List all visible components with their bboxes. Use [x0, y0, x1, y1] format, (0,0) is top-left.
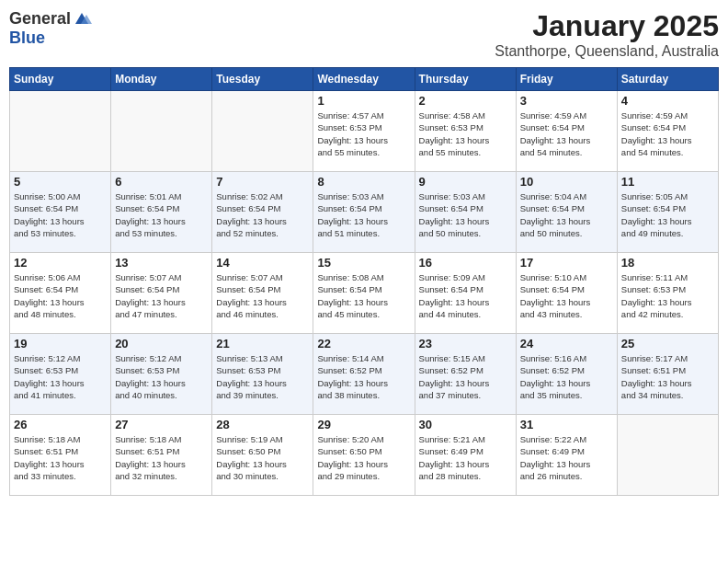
calendar-day-header: Sunday — [10, 68, 111, 91]
calendar-cell: 26Sunrise: 5:18 AM Sunset: 6:51 PM Dayli… — [10, 415, 111, 496]
calendar-cell: 31Sunrise: 5:22 AM Sunset: 6:49 PM Dayli… — [516, 415, 617, 496]
calendar-cell — [111, 91, 212, 172]
calendar-week-row: 26Sunrise: 5:18 AM Sunset: 6:51 PM Dayli… — [10, 415, 719, 496]
calendar-day-header: Wednesday — [313, 68, 415, 91]
day-info: Sunrise: 5:12 AM Sunset: 6:53 PM Dayligh… — [115, 352, 208, 401]
calendar-cell: 9Sunrise: 5:03 AM Sunset: 6:54 PM Daylig… — [415, 172, 516, 253]
day-info: Sunrise: 5:13 AM Sunset: 6:53 PM Dayligh… — [216, 352, 309, 401]
location-title: Stanthorpe, Queensland, Australia — [495, 43, 719, 60]
day-number: 20 — [115, 337, 208, 350]
calendar-cell: 19Sunrise: 5:12 AM Sunset: 6:53 PM Dayli… — [10, 334, 111, 415]
calendar-cell: 27Sunrise: 5:18 AM Sunset: 6:51 PM Dayli… — [111, 415, 212, 496]
calendar-cell: 3Sunrise: 4:59 AM Sunset: 6:54 PM Daylig… — [516, 91, 617, 172]
calendar-cell: 2Sunrise: 4:58 AM Sunset: 6:53 PM Daylig… — [415, 91, 516, 172]
day-number: 30 — [419, 418, 512, 431]
month-title: January 2025 — [495, 9, 719, 43]
day-number: 28 — [216, 418, 309, 431]
calendar-day-header: Saturday — [617, 68, 718, 91]
day-info: Sunrise: 4:59 AM Sunset: 6:54 PM Dayligh… — [520, 109, 613, 158]
day-info: Sunrise: 5:09 AM Sunset: 6:54 PM Dayligh… — [419, 271, 512, 320]
calendar-cell: 8Sunrise: 5:03 AM Sunset: 6:54 PM Daylig… — [313, 172, 415, 253]
day-info: Sunrise: 5:01 AM Sunset: 6:54 PM Dayligh… — [115, 190, 208, 239]
calendar-header-row: SundayMondayTuesdayWednesdayThursdayFrid… — [10, 68, 719, 91]
day-number: 1 — [317, 94, 410, 108]
day-number: 18 — [621, 256, 714, 270]
day-number: 23 — [419, 337, 512, 350]
day-info: Sunrise: 5:15 AM Sunset: 6:52 PM Dayligh… — [419, 352, 512, 401]
day-info: Sunrise: 5:03 AM Sunset: 6:54 PM Dayligh… — [317, 190, 410, 239]
day-info: Sunrise: 5:21 AM Sunset: 6:49 PM Dayligh… — [419, 433, 512, 482]
day-info: Sunrise: 5:12 AM Sunset: 6:53 PM Dayligh… — [14, 352, 107, 401]
day-number: 27 — [115, 418, 208, 431]
day-info: Sunrise: 5:10 AM Sunset: 6:54 PM Dayligh… — [520, 271, 613, 320]
day-info: Sunrise: 5:07 AM Sunset: 6:54 PM Dayligh… — [115, 271, 208, 320]
day-number: 12 — [14, 256, 107, 270]
calendar-cell: 20Sunrise: 5:12 AM Sunset: 6:53 PM Dayli… — [111, 334, 212, 415]
day-number: 10 — [520, 175, 613, 189]
calendar-cell — [617, 415, 718, 496]
calendar-cell: 25Sunrise: 5:17 AM Sunset: 6:51 PM Dayli… — [617, 334, 718, 415]
day-number: 14 — [216, 256, 309, 270]
calendar-day-header: Thursday — [415, 68, 516, 91]
day-number: 25 — [621, 337, 714, 350]
calendar-cell: 12Sunrise: 5:06 AM Sunset: 6:54 PM Dayli… — [10, 253, 111, 334]
day-info: Sunrise: 5:11 AM Sunset: 6:53 PM Dayligh… — [621, 271, 714, 320]
day-number: 29 — [317, 418, 410, 431]
day-number: 24 — [520, 337, 613, 350]
day-info: Sunrise: 5:07 AM Sunset: 6:54 PM Dayligh… — [216, 271, 309, 320]
calendar-cell: 22Sunrise: 5:14 AM Sunset: 6:52 PM Dayli… — [313, 334, 415, 415]
day-number: 8 — [317, 175, 410, 189]
page-header: General Blue January 2025 Stanthorpe, Qu… — [9, 9, 719, 60]
day-info: Sunrise: 5:18 AM Sunset: 6:51 PM Dayligh… — [14, 433, 107, 482]
calendar-cell: 16Sunrise: 5:09 AM Sunset: 6:54 PM Dayli… — [415, 253, 516, 334]
calendar-cell: 4Sunrise: 4:59 AM Sunset: 6:54 PM Daylig… — [617, 91, 718, 172]
day-number: 6 — [115, 175, 208, 189]
logo-general: General — [9, 9, 71, 29]
calendar-cell: 11Sunrise: 5:05 AM Sunset: 6:54 PM Dayli… — [617, 172, 718, 253]
calendar-cell: 7Sunrise: 5:02 AM Sunset: 6:54 PM Daylig… — [212, 172, 313, 253]
calendar-day-header: Monday — [111, 68, 212, 91]
calendar-week-row: 12Sunrise: 5:06 AM Sunset: 6:54 PM Dayli… — [10, 253, 719, 334]
day-number: 16 — [419, 256, 512, 270]
calendar-cell: 18Sunrise: 5:11 AM Sunset: 6:53 PM Dayli… — [617, 253, 718, 334]
calendar-cell: 24Sunrise: 5:16 AM Sunset: 6:52 PM Dayli… — [516, 334, 617, 415]
calendar-cell: 21Sunrise: 5:13 AM Sunset: 6:53 PM Dayli… — [212, 334, 313, 415]
day-number: 3 — [520, 94, 613, 108]
calendar-cell: 28Sunrise: 5:19 AM Sunset: 6:50 PM Dayli… — [212, 415, 313, 496]
calendar-cell — [212, 91, 313, 172]
day-number: 21 — [216, 337, 309, 350]
day-number: 4 — [621, 94, 714, 108]
calendar-cell: 6Sunrise: 5:01 AM Sunset: 6:54 PM Daylig… — [111, 172, 212, 253]
day-info: Sunrise: 5:16 AM Sunset: 6:52 PM Dayligh… — [520, 352, 613, 401]
day-info: Sunrise: 5:20 AM Sunset: 6:50 PM Dayligh… — [317, 433, 410, 482]
day-number: 31 — [520, 418, 613, 431]
day-number: 22 — [317, 337, 410, 350]
calendar-table: SundayMondayTuesdayWednesdayThursdayFrid… — [9, 67, 719, 496]
day-info: Sunrise: 5:04 AM Sunset: 6:54 PM Dayligh… — [520, 190, 613, 239]
calendar-day-header: Tuesday — [212, 68, 313, 91]
calendar-week-row: 19Sunrise: 5:12 AM Sunset: 6:53 PM Dayli… — [10, 334, 719, 415]
calendar-week-row: 1Sunrise: 4:57 AM Sunset: 6:53 PM Daylig… — [10, 91, 719, 172]
calendar-day-header: Friday — [516, 68, 617, 91]
logo-icon — [72, 11, 92, 28]
day-number: 15 — [317, 256, 410, 270]
calendar-cell: 1Sunrise: 4:57 AM Sunset: 6:53 PM Daylig… — [313, 91, 415, 172]
calendar-cell — [10, 91, 111, 172]
calendar-cell: 14Sunrise: 5:07 AM Sunset: 6:54 PM Dayli… — [212, 253, 313, 334]
day-number: 5 — [14, 175, 107, 189]
day-info: Sunrise: 4:57 AM Sunset: 6:53 PM Dayligh… — [317, 109, 410, 158]
day-info: Sunrise: 5:18 AM Sunset: 6:51 PM Dayligh… — [115, 433, 208, 482]
calendar-cell: 23Sunrise: 5:15 AM Sunset: 6:52 PM Dayli… — [415, 334, 516, 415]
calendar-cell: 30Sunrise: 5:21 AM Sunset: 6:49 PM Dayli… — [415, 415, 516, 496]
day-number: 7 — [216, 175, 309, 189]
day-number: 11 — [621, 175, 714, 189]
calendar-cell: 5Sunrise: 5:00 AM Sunset: 6:54 PM Daylig… — [10, 172, 111, 253]
calendar-cell: 13Sunrise: 5:07 AM Sunset: 6:54 PM Dayli… — [111, 253, 212, 334]
day-info: Sunrise: 5:17 AM Sunset: 6:51 PM Dayligh… — [621, 352, 714, 401]
calendar-cell: 29Sunrise: 5:20 AM Sunset: 6:50 PM Dayli… — [313, 415, 415, 496]
logo: General Blue — [9, 9, 93, 48]
day-info: Sunrise: 5:00 AM Sunset: 6:54 PM Dayligh… — [14, 190, 107, 239]
day-number: 13 — [115, 256, 208, 270]
calendar-cell: 15Sunrise: 5:08 AM Sunset: 6:54 PM Dayli… — [313, 253, 415, 334]
day-number: 9 — [419, 175, 512, 189]
